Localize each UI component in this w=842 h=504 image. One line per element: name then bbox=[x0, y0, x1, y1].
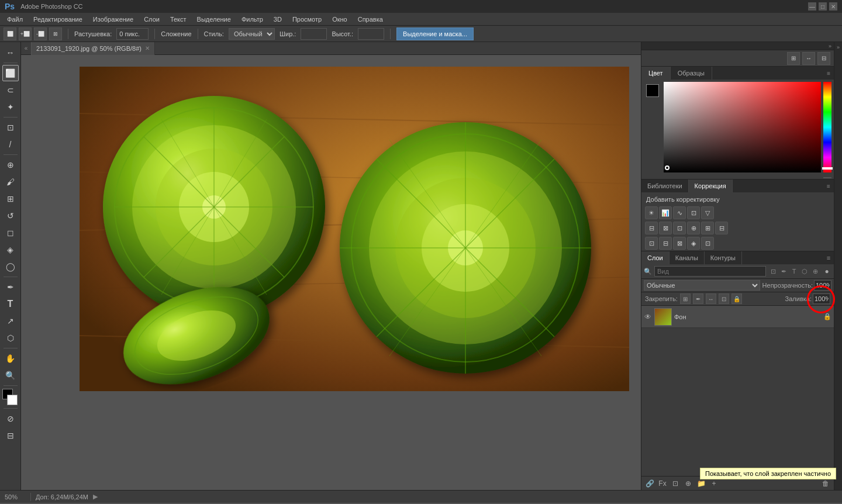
adj-selective-color[interactable]: ⊡ bbox=[701, 237, 714, 250]
menu-window[interactable]: Окно bbox=[327, 15, 352, 24]
tool-option-rect[interactable]: ⬜ bbox=[4, 27, 16, 40]
width-input[interactable] bbox=[301, 28, 327, 40]
adj-gradient-map[interactable]: ◈ bbox=[687, 237, 700, 250]
close-button[interactable]: ✕ bbox=[829, 2, 837, 11]
tool-zoom[interactable]: 🔍 bbox=[2, 367, 19, 384]
menu-edit[interactable]: Редактирование bbox=[29, 15, 87, 24]
tool-move[interactable]: ↔ bbox=[2, 44, 19, 61]
menu-text[interactable]: Текст bbox=[165, 15, 191, 24]
add-effect-btn[interactable]: Fx bbox=[658, 479, 667, 488]
layer-item-fon[interactable]: 👁 Фон 🔒 bbox=[641, 306, 834, 328]
tool-crop[interactable]: ⊡ bbox=[2, 119, 19, 136]
lock-artboard-btn[interactable]: ⊡ bbox=[719, 294, 729, 304]
new-layer-btn[interactable]: + bbox=[709, 479, 719, 488]
adj-bw[interactable]: ⊡ bbox=[673, 222, 686, 234]
tool-option-sub[interactable]: -⬜ bbox=[34, 27, 47, 40]
delete-layer-btn[interactable]: 🗑 bbox=[821, 479, 830, 488]
adj-colorbalance[interactable]: ⊠ bbox=[659, 222, 672, 234]
tool-select-rect[interactable]: ⬜ bbox=[2, 65, 19, 81]
mini-tool-3[interactable]: ⊟ bbox=[817, 52, 830, 65]
layer-text-icon[interactable]: T bbox=[789, 267, 799, 276]
status-arrow[interactable]: ▶ bbox=[93, 493, 98, 500]
layer-kind-icon[interactable]: ⊡ bbox=[768, 267, 778, 276]
adj-hsl[interactable]: ⊟ bbox=[645, 222, 658, 234]
color-panel-menu[interactable]: ≡ bbox=[823, 70, 834, 77]
tool-dodge[interactable]: ◯ bbox=[2, 258, 19, 275]
color-foreground-swatch[interactable] bbox=[646, 84, 659, 97]
hue-bar[interactable] bbox=[823, 82, 831, 172]
samples-tab[interactable]: Образцы bbox=[671, 67, 712, 80]
menu-help[interactable]: Справка bbox=[353, 15, 388, 24]
alpha-bar[interactable] bbox=[823, 177, 831, 178]
layers-menu[interactable]: ≡ bbox=[823, 254, 834, 261]
feather-input[interactable] bbox=[116, 28, 149, 40]
tool-screen-mode[interactable]: ⊟ bbox=[2, 427, 19, 444]
tool-shape[interactable]: ⬡ bbox=[2, 330, 19, 346]
minimize-button[interactable]: — bbox=[808, 2, 816, 11]
tool-path-select[interactable]: ↗ bbox=[2, 313, 19, 329]
mini-tool-2[interactable]: ↔ bbox=[802, 52, 815, 65]
layer-shape-icon[interactable]: ⬡ bbox=[800, 267, 809, 276]
lock-pixels-btn[interactable]: ⊞ bbox=[680, 294, 691, 304]
menu-filter[interactable]: Фильтр bbox=[237, 15, 268, 24]
collapse-icon[interactable]: » bbox=[829, 43, 831, 49]
tool-option-add[interactable]: +⬜ bbox=[19, 27, 32, 40]
adj-colorlookup[interactable]: ⊟ bbox=[715, 222, 728, 234]
lock-draw-btn[interactable]: ✒ bbox=[693, 294, 703, 304]
maximize-button[interactable]: □ bbox=[819, 2, 827, 11]
color-swatches[interactable] bbox=[2, 389, 19, 405]
add-group-btn[interactable]: 📁 bbox=[696, 479, 706, 488]
tool-quick-mask[interactable]: ⊘ bbox=[2, 410, 19, 427]
mini-tool-1[interactable]: ⊞ bbox=[787, 52, 800, 65]
adj-posterize[interactable]: ⊟ bbox=[659, 237, 672, 250]
adj-threshold[interactable]: ⊠ bbox=[673, 237, 686, 250]
layers-search-input[interactable] bbox=[654, 266, 766, 277]
layer-filter-toggle[interactable]: ● bbox=[822, 267, 831, 276]
tool-wand[interactable]: ✦ bbox=[2, 99, 19, 115]
menu-select[interactable]: Выделение bbox=[192, 15, 236, 24]
tool-brush[interactable]: 🖌 bbox=[2, 174, 19, 190]
layers-tab[interactable]: Слои bbox=[641, 251, 670, 264]
right-collapse[interactable]: » bbox=[834, 42, 842, 490]
tool-pen[interactable]: ✒ bbox=[2, 279, 19, 295]
blend-mode-select[interactable]: Обычные bbox=[644, 280, 760, 291]
lock-all-btn[interactable]: 🔒 bbox=[731, 294, 742, 304]
tool-history[interactable]: ↺ bbox=[2, 208, 19, 224]
adj-vibrance[interactable]: ▽ bbox=[701, 206, 714, 219]
height-input[interactable] bbox=[358, 28, 384, 40]
document-tab[interactable]: 2133091_1920.jpg @ 50% (RGB/8#) ✕ bbox=[32, 42, 155, 55]
tool-option-intersect[interactable]: ⊠ bbox=[49, 27, 62, 40]
add-mask-btn[interactable]: ⊡ bbox=[671, 479, 680, 488]
adj-exposure[interactable]: ⊡ bbox=[687, 206, 700, 219]
fill-input[interactable] bbox=[813, 294, 830, 304]
correction-tab[interactable]: Коррекция bbox=[689, 179, 733, 192]
link-layers-btn[interactable]: 🔗 bbox=[645, 479, 654, 488]
menu-file[interactable]: Файл bbox=[2, 15, 27, 24]
adj-curves[interactable]: ∿ bbox=[673, 206, 686, 219]
tool-stamp[interactable]: ⊞ bbox=[2, 191, 19, 207]
tool-text[interactable]: T bbox=[2, 296, 19, 312]
tool-gradient[interactable]: ◈ bbox=[2, 241, 19, 258]
contours-tab[interactable]: Контуры bbox=[705, 251, 742, 264]
layer-pixel-icon[interactable]: ✒ bbox=[779, 267, 788, 276]
tool-lasso[interactable]: ⊂ bbox=[2, 82, 19, 98]
lock-move-btn[interactable]: ↔ bbox=[706, 294, 716, 304]
libraries-tab[interactable]: Библиотеки bbox=[641, 179, 689, 192]
layer-smart-icon[interactable]: ⊕ bbox=[810, 267, 820, 276]
adj-panel-menu[interactable]: ≡ bbox=[823, 183, 834, 189]
tool-eraser[interactable]: ◻ bbox=[2, 225, 19, 241]
adj-invert[interactable]: ⊡ bbox=[645, 237, 658, 250]
adj-levels[interactable]: 📊 bbox=[659, 206, 672, 219]
close-tab-button[interactable]: ✕ bbox=[145, 45, 150, 51]
tool-eyedropper[interactable]: / bbox=[2, 136, 19, 153]
opacity-input[interactable] bbox=[814, 280, 831, 291]
canvas-image[interactable] bbox=[80, 67, 629, 391]
tab-collapse[interactable]: « bbox=[21, 42, 32, 55]
menu-image[interactable]: Изображение bbox=[88, 15, 138, 24]
menu-3d[interactable]: 3D bbox=[269, 15, 287, 24]
mask-button[interactable]: Выделение и маска... bbox=[396, 27, 474, 40]
channels-tab[interactable]: Каналы bbox=[670, 251, 705, 264]
menu-view[interactable]: Просмотр bbox=[288, 15, 326, 24]
color-gradient-picker[interactable] bbox=[664, 82, 821, 172]
tool-heal[interactable]: ⊕ bbox=[2, 157, 19, 173]
